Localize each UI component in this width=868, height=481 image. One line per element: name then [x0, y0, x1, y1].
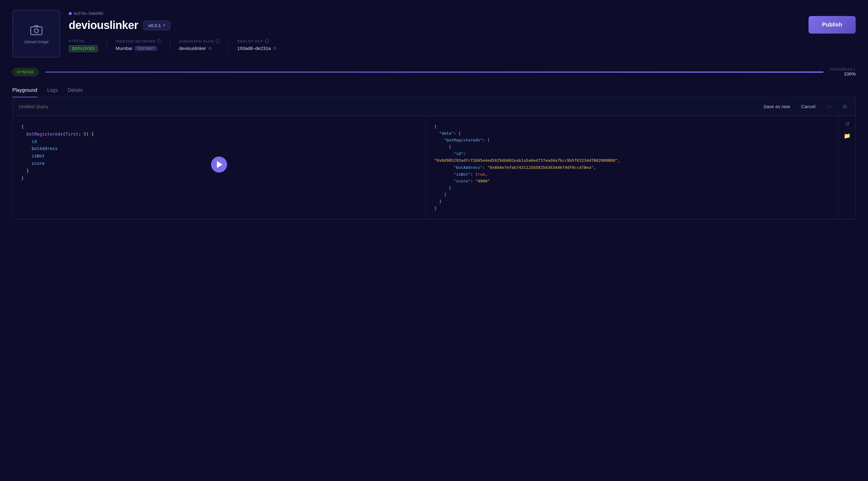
tabs-row: Playground Logs Details: [12, 88, 856, 97]
status-value: DEPLOYED: [69, 45, 98, 52]
info-icon-progress: i: [854, 67, 856, 71]
history-icon-button[interactable]: ⊟: [840, 102, 849, 111]
history-panel-button[interactable]: ↺: [841, 120, 853, 129]
network-tag: TESTNET: [135, 46, 157, 51]
play-button[interactable]: [211, 156, 227, 173]
info-icon-slug: i: [216, 39, 220, 43]
meta-status: STATUS DEPLOYED: [69, 39, 107, 52]
result-content: { "data": { "botRegistereds": [ { "id": …: [434, 123, 830, 212]
wallet-address-row: 0x274c–Deb09D: [69, 11, 800, 16]
editor-content: { botRegistereds(first: 5) { id botAddre…: [21, 123, 417, 182]
status-label: STATUS: [69, 39, 98, 43]
result-pane: { "data": { "botRegistereds": [ { "id": …: [426, 116, 839, 219]
progress-section: SYNCED PROGRESS i 100%: [12, 67, 856, 77]
meta-deploy-key: DEPLOY KEY i 193ad8–de231a ⧉: [237, 39, 284, 52]
playground-area: { botRegistereds(first: 5) { id botAddre…: [12, 116, 856, 219]
subgraph-name: deviouslinker: [69, 19, 138, 32]
indexed-network-value: Mumbai TESTNET: [116, 46, 161, 51]
more-options-button[interactable]: ···: [824, 102, 834, 111]
info-icon-deploy: i: [265, 39, 269, 43]
version-text: v0.0.1: [149, 23, 161, 28]
upload-image-label: Upload Image: [24, 39, 49, 44]
camera-icon: [30, 23, 43, 37]
subgraph-slug-value: deviouslinker ⧉: [179, 46, 220, 51]
copy-slug-icon[interactable]: ⧉: [209, 46, 211, 51]
progress-label-text: PROGRESS i: [830, 67, 856, 71]
publish-button[interactable]: Publish: [809, 16, 856, 34]
meta-subgraph-slug: SUBGRAPH SLUG i deviouslinker ⧉: [179, 39, 229, 52]
subgraph-name-row: deviouslinker v0.0.1 ▾: [69, 19, 800, 32]
deploy-key-value: 193ad8–de231a ⧉: [237, 46, 276, 51]
synced-badge: SYNCED: [12, 68, 39, 76]
wallet-address-text: 0x274c–Deb09D: [74, 11, 103, 16]
query-bar: Save as new Cancel ··· ⊟: [12, 97, 856, 116]
wallet-dot: [69, 12, 72, 15]
svg-point-1: [34, 29, 38, 33]
header-info: 0x274c–Deb09D deviouslinker v0.0.1 ▾ STA…: [69, 10, 800, 52]
tab-details[interactable]: Details: [68, 88, 83, 97]
meta-row: STATUS DEPLOYED INDEXED NETWORK i Mumbai…: [69, 39, 800, 52]
version-badge[interactable]: v0.0.1 ▾: [143, 21, 171, 30]
progress-value: 100%: [830, 71, 856, 77]
subgraph-slug-label: SUBGRAPH SLUG i: [179, 39, 220, 43]
progress-label: PROGRESS i 100%: [830, 67, 856, 77]
cancel-button[interactable]: Cancel: [799, 102, 818, 110]
progress-bar: [45, 71, 824, 73]
header-section: Upload Image 0x274c–Deb09D deviouslinker…: [12, 10, 856, 58]
query-name-input[interactable]: [19, 104, 755, 109]
upload-image-box[interactable]: Upload Image: [12, 10, 60, 58]
folder-button[interactable]: 📁: [841, 131, 853, 141]
deployed-badge: DEPLOYED: [69, 45, 98, 52]
progress-bar-fill: [45, 71, 824, 73]
copy-deploy-icon[interactable]: ⧉: [273, 46, 276, 51]
meta-indexed-network: INDEXED NETWORK i Mumbai TESTNET: [116, 39, 170, 52]
info-icon: i: [157, 39, 161, 43]
deploy-key-label: DEPLOY KEY i: [237, 39, 276, 43]
svg-rect-0: [31, 27, 42, 35]
indexed-network-label: INDEXED NETWORK i: [116, 39, 161, 43]
tab-logs[interactable]: Logs: [47, 88, 58, 97]
save-as-new-button[interactable]: Save as new: [761, 102, 793, 110]
editor-pane[interactable]: { botRegistereds(first: 5) { id botAddre…: [12, 116, 426, 219]
chevron-down-icon: ▾: [163, 23, 165, 27]
tab-playground[interactable]: Playground: [12, 88, 37, 97]
right-icons: ↺ 📁: [838, 116, 856, 219]
